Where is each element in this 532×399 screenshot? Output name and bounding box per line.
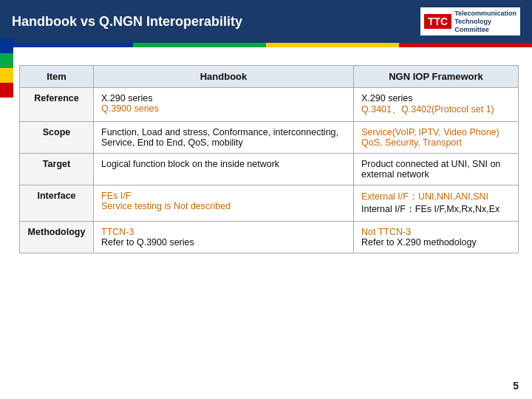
cell-handbook: Logical function block on the inside net…	[94, 154, 354, 185]
logo-area: TTC TelecommunicationTechnologyCommittee	[420, 7, 520, 35]
cell-item: Reference	[20, 88, 94, 122]
accent-green	[0, 53, 13, 68]
logo-icon: TTC	[424, 14, 451, 29]
col-handbook: Handbook	[94, 66, 354, 88]
logo-text: TelecommunicationTechnologyCommittee	[454, 10, 516, 33]
strip-green	[133, 43, 266, 47]
cell-handbook: TTCN-3Refer to Q.3900 series	[94, 222, 354, 253]
comparison-table: Item Handbook NGN IOP Framework Referenc…	[19, 65, 519, 253]
table-header-row: Item Handbook NGN IOP Framework	[20, 66, 519, 88]
cell-ngn: Product connected at UNI, SNI on externa…	[354, 154, 519, 185]
page-number: 5	[513, 380, 519, 392]
strip-yellow	[266, 43, 399, 47]
main-content: Item Handbook NGN IOP Framework Referenc…	[0, 47, 532, 267]
accent-blue	[0, 38, 13, 53]
cell-handbook: Function, Load and stress, Conformance, …	[94, 122, 354, 154]
cell-ngn: External I/F：UNI,NNI,ANI,SNIInternal I/F…	[354, 185, 519, 222]
table-row: ScopeFunction, Load and stress, Conforma…	[20, 122, 519, 154]
cell-handbook: FEs I/FService testing is Not described	[94, 185, 354, 222]
col-ngn: NGN IOP Framework	[354, 66, 519, 88]
cell-item: Target	[20, 154, 94, 185]
table-row: MethodologyTTCN-3Refer to Q.3900 seriesN…	[20, 222, 519, 253]
table-row: TargetLogical function block on the insi…	[20, 154, 519, 185]
accent-red	[0, 83, 13, 98]
cell-handbook: X.290 seriesQ.3900 series	[94, 88, 354, 122]
cell-ngn: Not TTCN-3Refer to X.290 methodology	[354, 222, 519, 253]
page-header: Handbook vs Q.NGN Interoperability TTC T…	[0, 0, 532, 43]
page-title: Handbook vs Q.NGN Interoperability	[12, 14, 242, 30]
strip-red	[399, 43, 532, 47]
table-row: ReferenceX.290 seriesQ.3900 seriesX.290 …	[20, 88, 519, 122]
table-row: InterfaceFEs I/FService testing is Not d…	[20, 185, 519, 222]
accent-yellow	[0, 68, 13, 83]
col-item: Item	[20, 66, 94, 88]
cell-item: Methodology	[20, 222, 94, 253]
cell-item: Scope	[20, 122, 94, 154]
side-accent	[0, 38, 13, 98]
cell-item: Interface	[20, 185, 94, 222]
cell-ngn: Service(VoIP, IPTV, Video Phone)QoS, Sec…	[354, 122, 519, 154]
strip-blue	[0, 43, 133, 47]
cell-ngn: X.290 seriesQ.3401、Q.3402(Protocol set 1…	[354, 88, 519, 122]
color-strip	[0, 43, 532, 47]
